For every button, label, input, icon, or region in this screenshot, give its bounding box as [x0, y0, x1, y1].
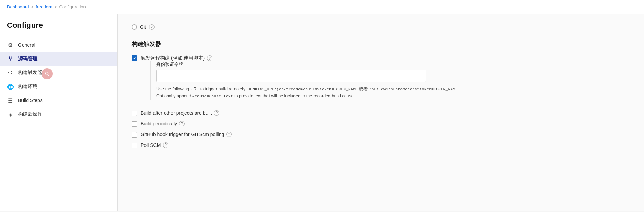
breadcrumb-project[interactable]: freedom — [36, 4, 52, 9]
sidebar-label-source-code: 源码管理 — [18, 56, 37, 62]
build-triggers-title: 构建触发器 — [132, 40, 630, 48]
url-text-2: 或者 — [359, 87, 368, 91]
github-hook-help-icon[interactable]: ? — [226, 132, 232, 137]
token-label: 身份验证令牌 — [156, 61, 458, 68]
gear-icon: ⚙ — [7, 42, 14, 48]
svg-line-1 — [48, 75, 49, 76]
url-code-2: /buildWithParameters?token=TOKEN_NAME — [369, 87, 458, 91]
token-input[interactable] — [156, 70, 426, 82]
trigger-build-after: Build after other projects are built ? — [132, 110, 630, 116]
sidebar-label-build-env: 构建环境 — [18, 83, 37, 90]
url-code-1: JENKINS_URL/job/freedom/build?token=TOKE… — [248, 87, 358, 91]
breadcrumb-sep2: > — [54, 4, 57, 9]
breadcrumb-current: Configuration — [59, 4, 86, 9]
git-option: Git ? — [132, 24, 630, 30]
sidebar-item-post-build[interactable]: ◈ 构建后操作 — [0, 107, 117, 121]
remote-trigger-checkbox[interactable] — [132, 55, 137, 61]
sidebar-item-build-steps[interactable]: ☰ Build Steps — [0, 94, 117, 107]
url-code-3: &cause=Cause+Text — [192, 94, 233, 98]
main-content: Git ? 构建触发器 触发远程构建 (例如,使用脚本) ? 身份验证令牌 — [118, 14, 644, 211]
fork-icon: ⑂ — [7, 55, 14, 62]
remote-trigger-help-icon[interactable]: ? — [207, 55, 212, 61]
sidebar-item-general[interactable]: ⚙ General — [0, 38, 117, 52]
sidebar-item-build-env[interactable]: 🌐 构建环境 — [0, 80, 117, 94]
url-info: Use the following URL to trigger build r… — [156, 86, 458, 100]
github-hook-checkbox[interactable] — [132, 132, 137, 138]
git-label: Git — [140, 24, 146, 30]
sidebar-label-build-steps: Build Steps — [18, 98, 43, 103]
poll-scm-checkbox[interactable] — [132, 143, 137, 148]
svg-point-0 — [45, 72, 48, 75]
breadcrumb-dashboard[interactable]: Dashboard — [7, 4, 29, 9]
trigger-poll-scm: Poll SCM ? — [132, 142, 630, 148]
url-text-3: Optionally append — [156, 94, 191, 98]
poll-scm-label: Poll SCM — [141, 142, 161, 148]
search-bubble-overlay — [42, 68, 53, 79]
build-triggers-section: 构建触发器 触发远程构建 (例如,使用脚本) ? 身份验证令牌 Use the … — [132, 40, 630, 148]
remote-trigger-label: 触发远程构建 (例如,使用脚本) — [141, 55, 205, 61]
git-radio[interactable] — [132, 24, 137, 30]
trigger-remote: 触发远程构建 (例如,使用脚本) ? 身份验证令牌 Use the follow… — [132, 55, 630, 105]
trigger-build-periodically: Build periodically ? — [132, 121, 630, 127]
remote-build-section: 身份验证令牌 Use the following URL to trigger … — [150, 61, 458, 100]
sidebar-label-post-build: 构建后操作 — [18, 111, 42, 117]
trigger-github-hook: GitHub hook trigger for GITScm polling ? — [132, 132, 630, 138]
build-periodically-help-icon[interactable]: ? — [179, 121, 185, 126]
build-after-checkbox[interactable] — [132, 111, 137, 116]
breadcrumb-sep1: > — [31, 4, 34, 9]
build-periodically-label: Build periodically — [141, 121, 177, 126]
clock-icon: ⏱ — [7, 69, 14, 76]
globe-icon: 🌐 — [7, 83, 14, 90]
build-periodically-checkbox[interactable] — [132, 121, 137, 127]
github-hook-label: GitHub hook trigger for GITScm polling — [141, 132, 224, 137]
poll-scm-help-icon[interactable]: ? — [163, 142, 168, 148]
build-after-label: Build after other projects are built — [141, 110, 212, 116]
diamond-icon: ◈ — [7, 111, 14, 118]
git-help-icon[interactable]: ? — [149, 24, 155, 30]
sidebar-label-general: General — [18, 42, 35, 48]
url-text-4: to provide text that will be included in… — [234, 94, 355, 98]
sidebar: Configure ⚙ General ⑂ 源码管理 ⏱ 构建触发器 🌐 — [0, 14, 118, 211]
list-icon: ☰ — [7, 97, 14, 104]
sidebar-title: Configure — [0, 21, 117, 38]
build-after-help-icon[interactable]: ? — [214, 110, 219, 116]
sidebar-item-source-code[interactable]: ⑂ 源码管理 — [0, 52, 117, 66]
url-text-1: Use the following URL to trigger build r… — [156, 87, 247, 91]
sidebar-item-build-triggers[interactable]: ⏱ 构建触发器 — [0, 66, 117, 80]
breadcrumb: Dashboard > freedom > Configuration — [0, 0, 644, 14]
sidebar-label-build-triggers: 构建触发器 — [18, 70, 42, 75]
